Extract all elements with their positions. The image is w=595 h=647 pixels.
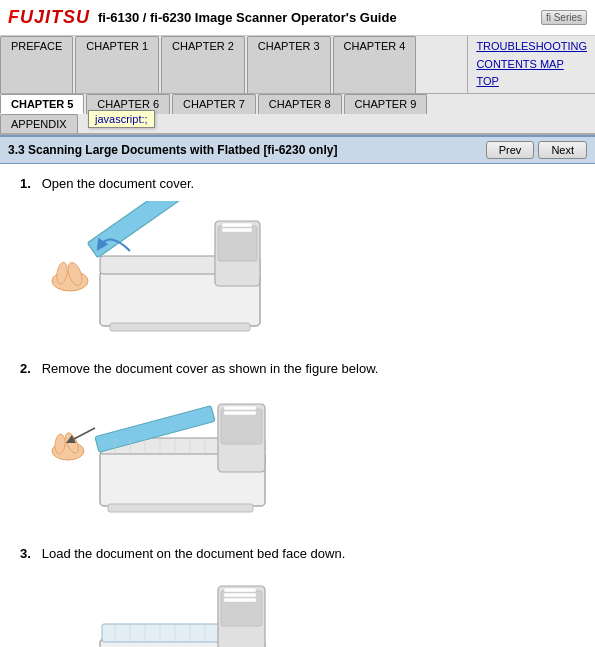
svg-rect-43 [224, 593, 256, 597]
step-2-description: Remove the document cover as shown in th… [42, 361, 379, 376]
svg-rect-2 [87, 201, 204, 258]
step-1-text: 1. Open the document cover. [20, 176, 575, 191]
top-link[interactable]: TOP [476, 73, 587, 91]
svg-rect-44 [224, 598, 256, 602]
step-2: 2. Remove the document cover as shown in… [20, 361, 575, 526]
contents-map-link[interactable]: CONTENTS MAP [476, 56, 587, 74]
svg-rect-42 [224, 588, 256, 592]
page-header: FUJITSU fi-6130 / fi-6230 Image Scanner … [0, 0, 595, 36]
svg-rect-15 [224, 406, 256, 410]
tab-chapter9[interactable]: CHAPTER 9 [344, 94, 428, 114]
svg-rect-5 [222, 223, 252, 227]
step-3: 3. Load the document on the document bed… [20, 546, 575, 647]
next-button[interactable]: Next [538, 141, 587, 159]
tab-appendix[interactable]: APPENDIX [0, 114, 78, 133]
fi-series-badge: fi Series [541, 10, 587, 25]
step-3-svg [40, 571, 280, 647]
svg-rect-21 [108, 504, 253, 512]
step-1-svg [40, 201, 280, 341]
tab-chapter1[interactable]: CHAPTER 1 [75, 36, 159, 93]
tab-preface[interactable]: PREFACE [0, 36, 73, 93]
section-header: 3.3 Scanning Large Documents with Flatbe… [0, 135, 595, 164]
step-1: 1. Open the document cover. [20, 176, 575, 341]
step-1-number: 1. [20, 176, 31, 191]
svg-rect-6 [222, 228, 252, 232]
nav-buttons: Prev Next [486, 141, 587, 159]
main-content: 1. Open the document cover. [0, 164, 595, 647]
nav-tabs-row1: PREFACE CHAPTER 1 CHAPTER 2 CHAPTER 3 CH… [0, 36, 467, 93]
step-2-image [40, 386, 575, 526]
tooltip-popup[interactable]: javascript:; [88, 110, 155, 128]
header-title: fi-6130 / fi-6230 Image Scanner Operator… [98, 10, 397, 25]
fujitsu-logo: FUJITSU [8, 7, 90, 28]
nav-row-1: PREFACE CHAPTER 1 CHAPTER 2 CHAPTER 3 CH… [0, 36, 595, 93]
step-3-image [40, 571, 575, 647]
step-3-text: 3. Load the document on the document bed… [20, 546, 575, 561]
prev-button[interactable]: Prev [486, 141, 535, 159]
svg-rect-16 [224, 411, 256, 415]
step-1-image [40, 201, 575, 341]
nav-right-links: TROUBLESHOOTING CONTENTS MAP TOP [467, 36, 595, 93]
tab-chapter2[interactable]: CHAPTER 2 [161, 36, 245, 93]
tab-chapter8[interactable]: CHAPTER 8 [258, 94, 342, 114]
tab-chapter5[interactable]: CHAPTER 5 [0, 94, 84, 114]
section-title: 3.3 Scanning Large Documents with Flatbe… [8, 143, 337, 157]
tab-chapter4[interactable]: CHAPTER 4 [333, 36, 417, 93]
step-2-svg [40, 386, 280, 526]
step-3-number: 3. [20, 546, 31, 561]
step-1-description: Open the document cover. [42, 176, 194, 191]
tab-chapter3[interactable]: CHAPTER 3 [247, 36, 331, 93]
header-left: FUJITSU fi-6130 / fi-6230 Image Scanner … [8, 7, 397, 28]
step-2-text: 2. Remove the document cover as shown in… [20, 361, 575, 376]
step-2-number: 2. [20, 361, 31, 376]
tab-chapter7[interactable]: CHAPTER 7 [172, 94, 256, 114]
step-3-description: Load the document on the document bed fa… [42, 546, 346, 561]
svg-rect-10 [110, 323, 250, 331]
troubleshooting-link[interactable]: TROUBLESHOOTING [476, 38, 587, 56]
